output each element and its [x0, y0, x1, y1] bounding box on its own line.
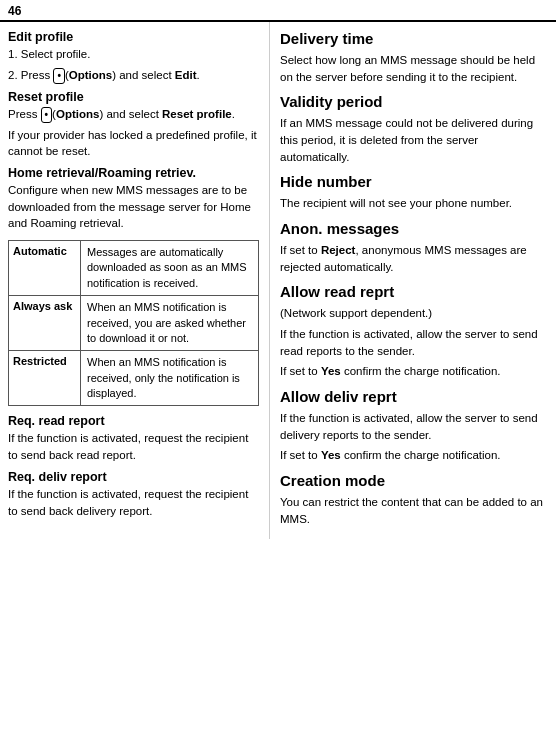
right-column: Delivery time Select how long an MMS mes… [270, 22, 556, 539]
table-label-always-ask: Always ask [9, 296, 81, 350]
retrieval-table: Automatic Messages are automatically dow… [8, 240, 259, 407]
reset-profile-text2: If your provider has locked a predefined… [8, 127, 259, 160]
table-label-automatic: Automatic [9, 241, 81, 295]
heading-hide-number: Hide number [280, 173, 548, 191]
heading-home-retrieval: Home retrieval/Roaming retriev. [8, 166, 259, 180]
allow-read-reprt-network: (Network support dependent.) [280, 305, 548, 322]
heading-req-deliv-report: Req. deliv report [8, 470, 259, 484]
allow-read-reprt-text2: If set to Yes confirm the charge notific… [280, 363, 548, 380]
section-req-deliv-report: Req. deliv report If the function is act… [8, 470, 259, 519]
req-read-report-text: If the function is activated, request th… [8, 430, 259, 463]
reject-label: Reject [321, 244, 356, 256]
allow-deliv-reprt-text2: If set to Yes confirm the charge notific… [280, 447, 548, 464]
allow-read-reprt-text1: If the function is activated, allow the … [280, 326, 548, 359]
allow-deliv-reprt-text1: If the function is activated, allow the … [280, 410, 548, 443]
heading-creation-mode: Creation mode [280, 472, 548, 490]
creation-mode-text: You can restrict the content that can be… [280, 494, 548, 527]
table-desc-restricted: When an MMS notification is received, on… [81, 351, 258, 405]
left-column: Edit profile 1. Select profile. 2. Press… [0, 22, 270, 539]
heading-reset-profile: Reset profile [8, 90, 259, 104]
hide-number-text: The recipient will not see your phone nu… [280, 195, 548, 212]
yes-label-deliv: Yes [321, 449, 341, 461]
edit-profile-step2: 2. Press •(Options) and select Edit. [8, 67, 259, 84]
section-req-read-report: Req. read report If the function is acti… [8, 414, 259, 463]
section-anon-messages: Anon. messages If set to Reject, anonymo… [280, 220, 548, 275]
table-row: Automatic Messages are automatically dow… [9, 241, 258, 296]
heading-validity-period: Validity period [280, 93, 548, 111]
options-label-reset: Options [56, 108, 99, 120]
section-reset-profile: Reset profile Press •(Options) and selec… [8, 90, 259, 160]
heading-anon-messages: Anon. messages [280, 220, 548, 238]
table-desc-automatic: Messages are automatically downloaded as… [81, 241, 258, 295]
edit-profile-step1: 1. Select profile. [8, 46, 259, 63]
home-retrieval-text: Configure when new MMS messages are to b… [8, 182, 259, 232]
delivery-time-text: Select how long an MMS message should be… [280, 52, 548, 85]
reset-profile-text1: Press •(Options) and select Reset profil… [8, 106, 259, 123]
table-desc-always-ask: When an MMS notification is received, yo… [81, 296, 258, 350]
section-delivery-time: Delivery time Select how long an MMS mes… [280, 30, 548, 85]
options-button-icon: • [53, 68, 65, 84]
heading-delivery-time: Delivery time [280, 30, 548, 48]
req-deliv-report-text: If the function is activated, request th… [8, 486, 259, 519]
heading-allow-deliv-reprt: Allow deliv reprt [280, 388, 548, 406]
yes-label-read: Yes [321, 365, 341, 377]
options-button-icon2: • [41, 107, 53, 123]
section-home-retrieval: Home retrieval/Roaming retriev. Configur… [8, 166, 259, 407]
reset-profile-label: Reset profile [162, 108, 232, 120]
options-label-edit: Options [69, 69, 112, 81]
table-row: Always ask When an MMS notification is r… [9, 296, 258, 351]
heading-allow-read-reprt: Allow read reprt [280, 283, 548, 301]
section-allow-deliv-reprt: Allow deliv reprt If the function is act… [280, 388, 548, 464]
edit-label: Edit [175, 69, 197, 81]
section-edit-profile: Edit profile 1. Select profile. 2. Press… [8, 30, 259, 84]
table-label-restricted: Restricted [9, 351, 81, 405]
section-hide-number: Hide number The recipient will not see y… [280, 173, 548, 212]
validity-period-text: If an MMS message could not be delivered… [280, 115, 548, 165]
section-validity-period: Validity period If an MMS message could … [280, 93, 548, 165]
anon-messages-text: If set to Reject, anonymous MMS messages… [280, 242, 548, 275]
content-wrapper: Edit profile 1. Select profile. 2. Press… [0, 22, 556, 539]
heading-req-read-report: Req. read report [8, 414, 259, 428]
table-row: Restricted When an MMS notification is r… [9, 351, 258, 405]
page-number: 46 [0, 0, 556, 22]
heading-edit-profile: Edit profile [8, 30, 259, 44]
section-creation-mode: Creation mode You can restrict the conte… [280, 472, 548, 527]
section-allow-read-reprt: Allow read reprt (Network support depend… [280, 283, 548, 380]
